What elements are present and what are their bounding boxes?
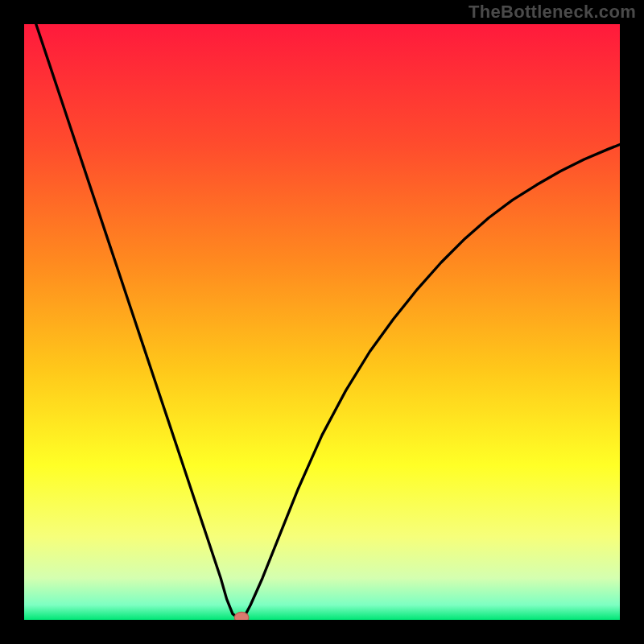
- gradient-background: [24, 24, 620, 620]
- chart-frame: TheBottleneck.com: [0, 0, 644, 644]
- watermark-text: TheBottleneck.com: [469, 2, 636, 23]
- optimum-marker: [234, 612, 249, 620]
- plot-area: [24, 24, 620, 620]
- chart-svg: [24, 24, 620, 620]
